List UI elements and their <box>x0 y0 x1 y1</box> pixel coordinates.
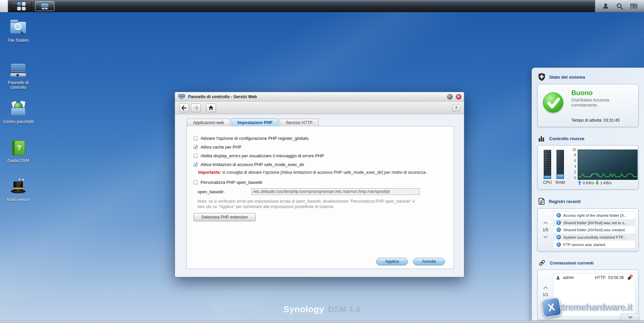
synology-watermark: Synology DSM 4.0 <box>283 304 361 315</box>
php-cache-checkbox[interactable] <box>193 145 198 149</box>
ram-gauge <box>557 150 564 179</box>
window-titlebar[interactable]: Pannello di controllo - Servizi Web <box>175 92 464 102</box>
recent-logs-header: Registri recenti <box>532 192 644 207</box>
checkbox-row: Personalizza PHP open_basedir <box>193 178 445 187</box>
desktop-icon-label: File Station <box>1 38 36 43</box>
control-panel-icon <box>9 61 28 79</box>
xtremehardware-watermark: X xtremehardware.it <box>542 298 633 317</box>
taskbar <box>0 0 644 12</box>
app-grid-icon <box>17 2 26 10</box>
file-station-icon <box>9 19 28 36</box>
action-buttons: Applica Annulla <box>376 258 445 265</box>
info-icon <box>557 242 561 247</box>
log-item: System successfully restarted FTP... <box>553 234 635 241</box>
page-indicator: 1/5 <box>543 228 548 232</box>
window-content: Applicazioni web Impostazioni PHP Serviz… <box>175 114 464 277</box>
system-status-card: Buono DiskStation funziona correttamente… <box>537 84 639 127</box>
display-errors-checkbox[interactable] <box>193 154 198 158</box>
page-down-icon[interactable] <box>543 234 548 238</box>
upload-rate: 0 KB/s <box>583 181 594 185</box>
connection-row: admin HTTP 03:08:36 <box>553 274 635 282</box>
page-indicator: 1/1 <box>543 292 548 297</box>
open-basedir-checkbox[interactable] <box>193 180 198 185</box>
product-text: DSM 4.0 <box>328 305 360 314</box>
control-panel-icon <box>41 3 49 9</box>
xtremehardware-logo-icon: X <box>541 297 562 318</box>
shield-icon <box>538 73 545 81</box>
download-rate: 1 KB/s <box>600 181 612 185</box>
forward-button[interactable] <box>191 104 201 112</box>
register-globals-checkbox[interactable] <box>193 136 198 140</box>
open-basedir-label: open_basedir: <box>198 189 251 194</box>
apply-button[interactable]: Applica <box>376 258 408 265</box>
safe-mode-checkbox[interactable] <box>193 162 198 167</box>
cpu-label: CPU <box>541 180 553 185</box>
taskbar-item-control-panel[interactable] <box>35 1 55 11</box>
desktop-icon-quick-start[interactable]: ✦ Avvio veloce <box>1 178 36 202</box>
desktop: File Station Pannello di controllo Centr… <box>0 0 644 323</box>
checkbox-row: Attivare l'opzione di configurazione PHP… <box>193 134 445 143</box>
tab-bar: Applicazioni web Impostazioni PHP Serviz… <box>187 118 319 126</box>
taskbar-tray <box>595 0 644 12</box>
close-button[interactable] <box>456 94 461 99</box>
page-up-icon[interactable] <box>543 286 548 291</box>
taskbar-corner-tab <box>0 0 8 12</box>
tab-servizio-http[interactable]: Servizio HTTP <box>280 119 318 126</box>
checkbox-label: Personalizza PHP open_basedir <box>201 180 262 185</box>
info-icon <box>557 235 561 239</box>
control-panel-window: Pannello di controllo - Servizi Web ? Ap… <box>175 92 464 277</box>
checkbox-label: Attivare l'opzione di configurazione PHP… <box>201 136 310 141</box>
important-text: si consiglia di attivare l'opzione [Atti… <box>221 170 427 175</box>
widget-title: Stato del sistema <box>549 75 585 80</box>
uptime-text: Tempo di attività: 03:31:45 <box>571 118 620 123</box>
status-description: DiskStation funziona correttamente. <box>571 98 634 108</box>
page-up-icon[interactable] <box>543 221 548 226</box>
magic-hat-icon: ✦ <box>9 178 28 196</box>
download-arrow-icon <box>596 180 599 185</box>
xtremehardware-text: xtremehardware.it <box>557 302 633 313</box>
resource-monitor-card: CPU RAM 10 8 6 4 2 0 0 KB/s <box>537 145 639 190</box>
cpu-gauge <box>544 150 551 179</box>
widget-title: Controllo risorse <box>549 136 584 141</box>
info-icon <box>557 213 561 217</box>
bar-chart-icon <box>538 135 545 142</box>
desktop-icon-file-station[interactable]: File Station <box>1 19 36 43</box>
page-bottom-strip <box>0 321 644 323</box>
network-legend: 0 KB/s 1 KB/s <box>578 180 612 185</box>
search-icon[interactable] <box>616 2 623 10</box>
user-icon[interactable] <box>602 2 609 10</box>
desktop-icon-label: Guida DSM <box>1 158 36 163</box>
select-php-extension-button[interactable]: Seleziona PHP extension <box>193 213 256 221</box>
brand-text: Synology <box>283 304 324 315</box>
link-icon <box>538 259 546 267</box>
connection-user: admin <box>563 275 574 280</box>
disconnect-icon[interactable] <box>627 275 633 281</box>
window-icon <box>178 94 185 99</box>
log-item: Shared folder [XHTest] was created. <box>553 226 635 234</box>
main-menu-button[interactable] <box>11 1 32 11</box>
minimize-button[interactable] <box>447 94 453 99</box>
log-item: FTP service was started. <box>553 241 635 248</box>
log-item: Access right of the shared folder [X... <box>553 212 635 219</box>
important-note: Importante: si consiglia di attivare l'o… <box>198 170 440 175</box>
logs-pager: 1/5 <box>538 209 553 251</box>
help-button[interactable]: ? <box>453 104 460 112</box>
pilot-view-icon[interactable] <box>630 2 637 10</box>
package-center-icon <box>9 100 28 118</box>
desktop-icon-label: Avvio veloce <box>1 197 36 202</box>
home-button[interactable] <box>206 104 216 112</box>
back-button[interactable] <box>179 104 189 112</box>
desktop-icon-label: Centro pacchetti <box>1 119 36 124</box>
checkbox-label: Attiva cache per PHP <box>201 145 242 150</box>
tab-applicazioni-web[interactable]: Applicazioni web <box>187 119 230 126</box>
note-text: Nota: se si verificano errori per impost… <box>198 199 422 209</box>
cancel-button[interactable]: Annulla <box>413 258 445 265</box>
tab-impostazioni-php[interactable]: Impostazioni PHP <box>231 118 279 126</box>
desktop-icon-dsm-help[interactable]: ? Guida DSM <box>1 139 36 163</box>
open-basedir-row: open_basedir: <box>193 188 445 196</box>
log-list: Access right of the shared folder [X... … <box>553 211 635 248</box>
desktop-icon-control-panel[interactable]: Pannello di controllo <box>1 61 36 90</box>
checkbox-row: Abilita display_errors per visualizzare … <box>193 151 445 160</box>
document-icon <box>538 197 545 205</box>
desktop-icon-package-center[interactable]: Centro pacchetti <box>1 100 36 124</box>
